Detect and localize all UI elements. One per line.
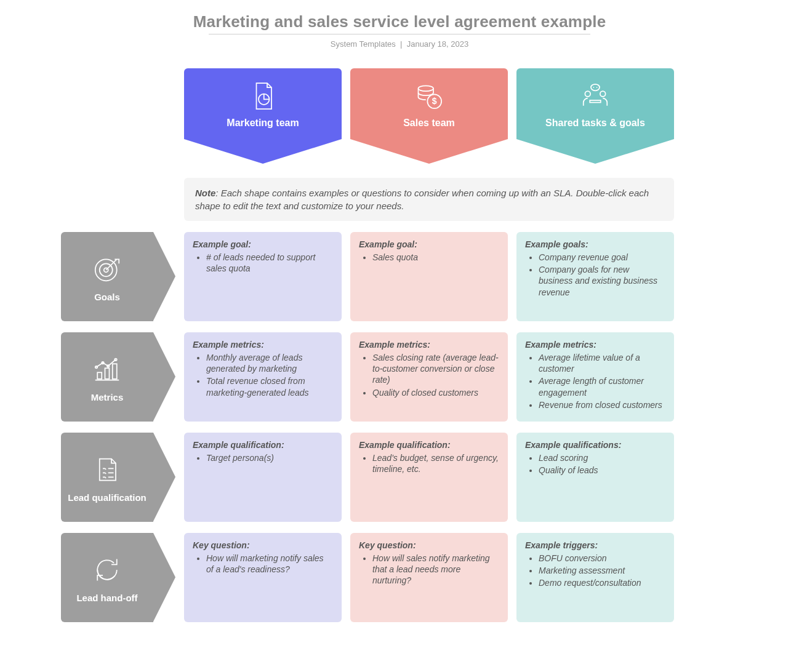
document-pie-icon xyxy=(184,74,342,118)
note-box[interactable]: Note: Each shape contains examples or qu… xyxy=(184,178,674,221)
cell-list: How will sales notify marketing that a l… xyxy=(359,553,499,586)
cell-metrics-sales[interactable]: Example metrics: Sales closing rate (ave… xyxy=(350,332,508,422)
meta-source: System Templates xyxy=(331,39,396,49)
spacer xyxy=(61,68,175,167)
cell-lead: Example goal: xyxy=(359,239,499,249)
cell-goals-shared[interactable]: Example goals: Company revenue goalCompa… xyxy=(516,232,674,321)
list-item: Demo request/consultation xyxy=(539,577,665,588)
svg-point-9 xyxy=(596,87,598,88)
list-item: Company goals for new business and exist… xyxy=(539,264,665,298)
cell-list: Target persona(s) xyxy=(193,452,333,463)
cell-list: Monthly average of leads generated by ma… xyxy=(193,352,333,398)
cell-list: Sales closing rate (average lead-to-cust… xyxy=(359,352,499,398)
row-label: Lead hand-off xyxy=(76,593,137,603)
list-item: Average lifetime value of a customer xyxy=(539,352,665,374)
row-header-lead-handoff[interactable]: Lead hand-off xyxy=(61,533,175,622)
spacer xyxy=(61,178,175,221)
cell-list: Sales quota xyxy=(359,252,499,263)
list-item: Sales quota xyxy=(372,252,499,263)
cell-list: BOFU conversionMarketing assessmentDemo … xyxy=(525,553,665,589)
list-item: How will marketing notify sales of a lea… xyxy=(206,553,333,575)
checklist-icon xyxy=(90,452,124,489)
svg-point-8 xyxy=(593,87,595,88)
cell-list: # of leads needed to support sales quota xyxy=(193,252,333,274)
title-rule xyxy=(209,34,590,34)
note-label: Note xyxy=(195,188,215,198)
list-item: Lead scoring xyxy=(539,452,665,463)
cell-lead: Example metrics: xyxy=(525,340,665,350)
cell-qual-marketing[interactable]: Example qualification: Target persona(s) xyxy=(184,433,342,522)
row-header-goals[interactable]: Goals xyxy=(61,232,175,321)
cell-qual-sales[interactable]: Example qualification: Lead's budget, se… xyxy=(350,433,508,522)
meta-sep: | xyxy=(400,39,402,49)
cell-lead: Example goals: xyxy=(525,239,665,249)
list-item: Sales closing rate (average lead-to-cust… xyxy=(372,352,499,386)
cell-list: Lead scoringQuality of leads xyxy=(525,452,665,476)
cell-list: Lead's budget, sense of urgency, timelin… xyxy=(359,452,499,474)
svg-rect-14 xyxy=(105,368,110,379)
column-label: Sales team xyxy=(350,118,508,129)
list-item: Revenue from closed customers xyxy=(539,399,665,410)
meta-date: January 18, 2023 xyxy=(407,39,468,49)
svg-point-1 xyxy=(419,86,434,91)
cell-lead: Key question: xyxy=(193,540,333,550)
column-header-sales[interactable]: $ Sales team xyxy=(350,68,508,167)
page-meta: System Templates | January 18, 2023 xyxy=(61,39,738,49)
svg-point-5 xyxy=(600,91,606,97)
row-label: Metrics xyxy=(91,392,124,402)
page-title: Marketing and sales service level agreem… xyxy=(61,12,738,31)
list-item: Monthly average of leads generated by ma… xyxy=(206,352,333,374)
refresh-icon xyxy=(90,553,124,589)
cell-metrics-marketing[interactable]: Example metrics: Monthly average of lead… xyxy=(184,332,342,422)
svg-text:$: $ xyxy=(432,96,437,106)
cell-lead: Example qualifications: xyxy=(525,440,665,450)
meeting-icon xyxy=(516,74,674,118)
cell-list: Company revenue goalCompany goals for ne… xyxy=(525,252,665,298)
cell-metrics-shared[interactable]: Example metrics: Average lifetime value … xyxy=(516,332,674,422)
bar-chart-icon xyxy=(90,352,124,388)
target-icon xyxy=(90,252,124,288)
cell-goals-marketing[interactable]: Example goal: # of leads needed to suppo… xyxy=(184,232,342,321)
diagram-canvas: Marketing and sales service level agreem… xyxy=(61,12,738,622)
list-item: Quality of leads xyxy=(539,465,665,476)
list-item: Quality of closed customers xyxy=(372,387,499,398)
cell-lead: Example goal: xyxy=(193,239,333,249)
cell-lead: Example qualification: xyxy=(193,440,333,450)
list-item: Lead's budget, sense of urgency, timelin… xyxy=(372,452,499,474)
row-label: Lead qualification xyxy=(68,492,147,503)
cell-lead: Example metrics: xyxy=(359,340,499,350)
list-item: # of leads needed to support sales quota xyxy=(206,252,333,274)
svg-point-7 xyxy=(591,84,600,91)
cell-list: How will marketing notify sales of a lea… xyxy=(193,553,333,575)
column-label: Shared tasks & goals xyxy=(516,118,674,129)
cell-qual-shared[interactable]: Example qualifications: Lead scoringQual… xyxy=(516,433,674,522)
cell-handoff-marketing[interactable]: Key question: How will marketing notify … xyxy=(184,533,342,622)
cell-handoff-sales[interactable]: Key question: How will sales notify mark… xyxy=(350,533,508,622)
coins-dollar-icon: $ xyxy=(350,74,508,118)
sla-grid: Marketing team $ Sales team Shared tasks… xyxy=(61,68,738,622)
cell-list: Average lifetime value of a customerAver… xyxy=(525,352,665,410)
note-text: : Each shape contains examples or questi… xyxy=(195,188,649,211)
svg-rect-6 xyxy=(590,100,601,103)
list-item: Company revenue goal xyxy=(539,252,665,263)
row-header-metrics[interactable]: Metrics xyxy=(61,332,175,422)
row-label: Goals xyxy=(94,292,120,302)
list-item: Total revenue closed from marketing-gene… xyxy=(206,375,333,398)
svg-rect-15 xyxy=(113,364,117,379)
cell-lead: Example triggers: xyxy=(525,540,665,550)
list-item: Average length of customer engagement xyxy=(539,375,665,398)
cell-lead: Key question: xyxy=(359,540,499,550)
cell-handoff-shared[interactable]: Example triggers: BOFU conversionMarketi… xyxy=(516,533,674,622)
svg-rect-13 xyxy=(97,372,102,379)
column-header-shared[interactable]: Shared tasks & goals xyxy=(516,68,674,167)
row-header-lead-qualification[interactable]: Lead qualification xyxy=(61,433,175,522)
cell-lead: Example metrics: xyxy=(193,340,333,350)
title-block: Marketing and sales service level agreem… xyxy=(61,12,738,49)
cell-goals-sales[interactable]: Example goal: Sales quota xyxy=(350,232,508,321)
list-item: How will sales notify marketing that a l… xyxy=(372,553,499,586)
list-item: Marketing assessment xyxy=(539,565,665,576)
list-item: Target persona(s) xyxy=(206,452,333,463)
column-header-marketing[interactable]: Marketing team xyxy=(184,68,342,167)
column-label: Marketing team xyxy=(184,118,342,129)
svg-point-4 xyxy=(585,91,590,97)
